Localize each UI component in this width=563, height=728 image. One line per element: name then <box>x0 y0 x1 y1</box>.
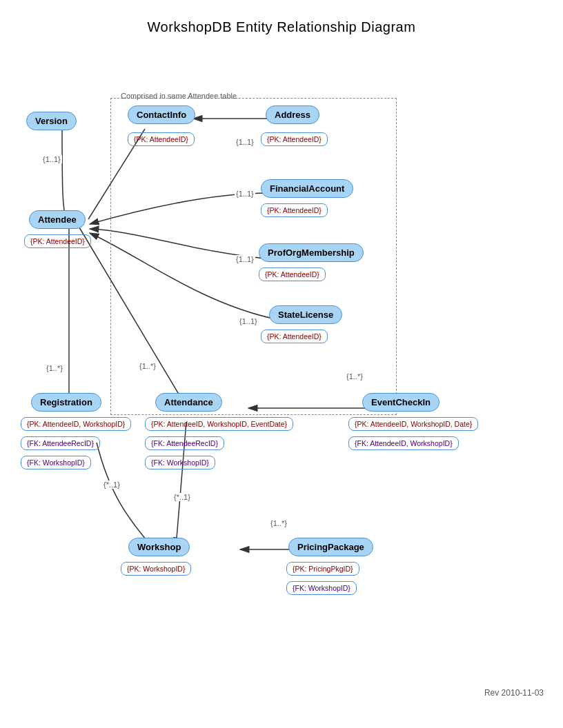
card-attendee-registration: {1..*} <box>45 364 64 372</box>
attr-pricingpackage-pk: {PK: PricingPkgID} <box>286 562 359 576</box>
card-attendance-workshop: {*..1} <box>172 493 192 501</box>
entity-version: Version <box>26 112 77 130</box>
attr-pricingpackage-fk: {FK: WorkshopID} <box>286 581 357 595</box>
revision-label: Rev 2010-11-03 <box>484 688 544 698</box>
card-attendee-attendance: {1..*} <box>138 362 157 370</box>
attr-contactinfo-pk: {PK: AttendeeID} <box>128 132 195 146</box>
attr-attendance-fk1: {FK: AttendeeRecID} <box>145 436 224 450</box>
attr-registration-fk2: {FK: WorkshopID} <box>21 456 91 469</box>
attr-attendance-pk: {PK: AttendeeID, WorkshopID, EventDate} <box>145 417 293 431</box>
attr-attendance-fk2: {FK: WorkshopID} <box>145 456 215 469</box>
entity-workshop: Workshop <box>128 538 190 556</box>
card-version-attendee: {1..1} <box>41 155 62 163</box>
attr-proforgmembership-pk: {PK: AttendeeID} <box>259 267 326 281</box>
entity-attendee: Attendee <box>29 210 86 229</box>
attr-workshop-pk: {PK: WorkshopID} <box>121 562 191 576</box>
card-financialaccount: {1..1} <box>235 190 255 198</box>
card-eventcheckin-attendance: {1..*} <box>345 372 364 381</box>
attr-address-pk: {PK: AttendeeID} <box>261 132 328 146</box>
entity-financialaccount: FinancialAccount <box>261 179 353 198</box>
entity-contactinfo: ContactInfo <box>128 105 195 124</box>
card-registration-workshop: {*..1} <box>102 481 121 489</box>
page-title: WorkshopDB Entity Relationship Diagram <box>0 0 563 35</box>
card-proforgmembership: {1..1} <box>235 255 255 263</box>
entity-address: Address <box>266 105 319 124</box>
attr-registration-pk: {PK: AttendeeID, WorkshopID} <box>21 417 131 431</box>
entity-registration: Registration <box>31 393 101 412</box>
entity-eventcheckin: EventCheckIn <box>362 393 439 412</box>
attr-eventcheckin-fk: {FK: AttendeeID, WorkshopID} <box>348 436 459 450</box>
attr-eventcheckin-pk: {PK: AttendeeID, WorkshopID, Date} <box>348 417 478 431</box>
card-address-contactinfo: {1..1} <box>235 138 255 146</box>
card-pricingpackage-workshop: {1..*} <box>269 519 288 527</box>
attr-statelicense-pk: {PK: AttendeeID} <box>261 330 328 343</box>
entity-proforgmembership: ProfOrgMembership <box>259 243 364 262</box>
entity-attendance: Attendance <box>155 393 222 412</box>
attr-attendee-pk: {PK: AttendeeID} <box>24 234 91 248</box>
attr-registration-fk1: {FK: AttendeeRecID} <box>21 436 100 450</box>
card-statelicense: {1..1} <box>238 317 259 325</box>
entity-pricingpackage: PricingPackage <box>288 538 373 556</box>
entity-statelicense: StateLicense <box>269 305 342 324</box>
attr-financialaccount-pk: {PK: AttendeeID} <box>261 203 328 217</box>
dashed-box-label: Comprised in same Attendee table <box>121 92 237 100</box>
